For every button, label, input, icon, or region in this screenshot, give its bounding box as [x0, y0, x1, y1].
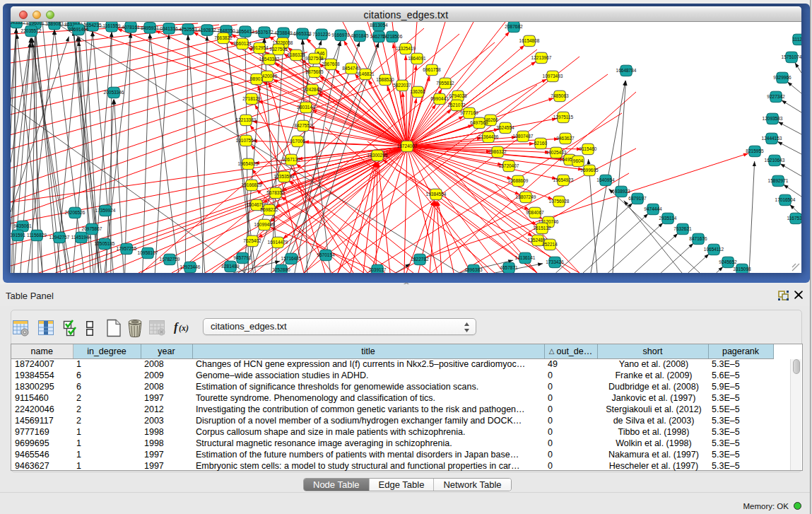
svg-text:8196001: 8196001 [26, 22, 45, 25]
svg-text:8215955: 8215955 [746, 148, 764, 153]
svg-text:9327505: 9327505 [269, 47, 288, 52]
svg-text:15716485: 15716485 [281, 256, 302, 261]
svg-text:4238849: 4238849 [274, 30, 293, 35]
svg-text:16648784: 16648784 [616, 68, 637, 73]
svg-text:18724007: 18724007 [397, 144, 418, 148]
svg-text:10688609: 10688609 [508, 178, 529, 183]
svg-text:20206526: 20206526 [65, 210, 86, 215]
svg-text:252214: 252214 [542, 242, 558, 247]
svg-text:3252880: 3252880 [272, 267, 290, 272]
svg-text:136261: 136261 [410, 89, 425, 94]
svg-text:18300295: 18300295 [367, 153, 388, 158]
svg-text:1588520: 1588520 [376, 77, 394, 82]
svg-text:4078161: 4078161 [122, 25, 140, 30]
svg-text:8281489: 8281489 [221, 264, 240, 269]
svg-text:1615132: 1615132 [533, 226, 551, 230]
svg-text:22035572: 22035572 [21, 28, 42, 33]
svg-text:8427552: 8427552 [294, 123, 312, 128]
svg-text:20691406: 20691406 [69, 27, 89, 32]
svg-text:6965328: 6965328 [293, 31, 312, 36]
svg-text:11325419: 11325419 [396, 46, 416, 51]
svg-text:7625402: 7625402 [243, 238, 261, 243]
svg-text:12353594: 12353594 [274, 174, 295, 179]
svg-text:20975867: 20975867 [82, 226, 102, 231]
svg-text:4801845: 4801845 [351, 33, 369, 38]
svg-text:19654923: 19654923 [553, 177, 574, 182]
svg-text:17359924: 17359924 [95, 208, 116, 213]
svg-text:8186328: 8186328 [287, 52, 305, 57]
svg-text:9463627: 9463627 [556, 136, 575, 141]
svg-text:9699695: 9699695 [580, 168, 599, 173]
svg-text:16543382: 16543382 [259, 57, 280, 62]
svg-text:12093583: 12093583 [763, 116, 783, 121]
svg-text:0341316: 0341316 [160, 26, 178, 31]
svg-text:6497568: 6497568 [470, 120, 488, 125]
svg-text:1733426: 1733426 [546, 259, 564, 264]
svg-text:3056413: 3056413 [236, 29, 254, 34]
svg-text:9084067: 9084067 [526, 210, 544, 215]
svg-text:10973493: 10973493 [543, 74, 563, 78]
svg-text:7663822: 7663822 [214, 35, 233, 40]
svg-text:3912954: 3912954 [250, 45, 269, 50]
svg-text:6990443: 6990443 [430, 96, 449, 101]
svg-text:9537672: 9537672 [255, 30, 273, 35]
svg-text:3624554: 3624554 [496, 125, 514, 130]
svg-text:7101226: 7101226 [312, 32, 331, 37]
svg-text:16099489: 16099489 [254, 222, 275, 227]
svg-text:7986322: 7986322 [488, 149, 507, 154]
svg-text:15892971: 15892971 [768, 178, 789, 183]
svg-text:6794028: 6794028 [449, 93, 467, 98]
svg-text:12213967: 12213967 [531, 55, 552, 60]
svg-text:5698222: 5698222 [260, 207, 278, 212]
svg-text:10807487: 10807487 [513, 134, 534, 139]
svg-text:9227342: 9227342 [767, 94, 785, 99]
svg-text:17957255: 17957255 [117, 246, 137, 251]
svg-text:9245652: 9245652 [719, 259, 737, 264]
svg-text:2367608: 2367608 [322, 62, 340, 66]
svg-text:11156829: 11156829 [27, 233, 47, 238]
svg-text:2087682: 2087682 [505, 24, 523, 29]
svg-text:7648350: 7648350 [217, 28, 235, 33]
svg-text:8813054: 8813054 [370, 23, 388, 28]
svg-text:1640954: 1640954 [596, 177, 615, 182]
svg-text:9604: 9604 [573, 158, 584, 163]
svg-text:98901: 98901 [250, 76, 263, 81]
svg-text:14136141: 14136141 [515, 255, 536, 260]
svg-text:4192832: 4192832 [198, 28, 216, 33]
svg-text:15720407: 15720407 [499, 163, 519, 168]
svg-text:10654112: 10654112 [704, 247, 724, 252]
svg-text:(x): (x) [179, 323, 189, 333]
svg-text:12213383: 12213383 [236, 117, 257, 122]
svg-text:5678352: 5678352 [266, 190, 285, 195]
svg-text:12942757: 12942757 [49, 235, 70, 240]
svg-text:1043321: 1043321 [11, 22, 25, 25]
svg-text:18807249: 18807249 [516, 194, 536, 199]
svg-text:917006: 917006 [290, 139, 305, 144]
svg-text:9570154: 9570154 [317, 252, 335, 257]
svg-text:9146821: 9146821 [356, 71, 375, 76]
svg-text:16914479: 16914479 [268, 240, 288, 245]
svg-text:10958107: 10958107 [138, 250, 158, 255]
svg-text:6879197: 6879197 [628, 196, 647, 201]
svg-text:3389083: 3389083 [45, 22, 64, 26]
svg-text:17016504: 17016504 [775, 197, 796, 202]
svg-text:8471676: 8471676 [689, 236, 707, 241]
svg-text:12975115: 12975115 [553, 115, 574, 119]
svg-text:16154808: 16154808 [519, 38, 540, 43]
svg-text:9777169: 9777169 [460, 110, 478, 115]
svg-text:10025433: 10025433 [546, 150, 567, 155]
svg-text:8495931: 8495931 [141, 25, 159, 30]
svg-text:8660124: 8660124 [233, 41, 252, 46]
svg-text:4896383: 4896383 [464, 267, 483, 272]
svg-text:3315098: 3315098 [733, 267, 751, 271]
svg-text:11451944: 11451944 [71, 235, 92, 240]
svg-text:3039117: 3039117 [369, 267, 387, 272]
svg-text:9166978: 9166978 [331, 33, 350, 37]
svg-text:15751074: 15751074 [782, 54, 801, 59]
svg-text:5822037: 5822037 [393, 83, 411, 88]
svg-text:7632621: 7632621 [673, 226, 692, 231]
svg-text:391591: 391591 [11, 233, 25, 238]
svg-text:1822782: 1822782 [411, 257, 429, 262]
svg-text:3875685: 3875685 [305, 69, 324, 74]
svg-text:3267130: 3267130 [282, 157, 300, 162]
